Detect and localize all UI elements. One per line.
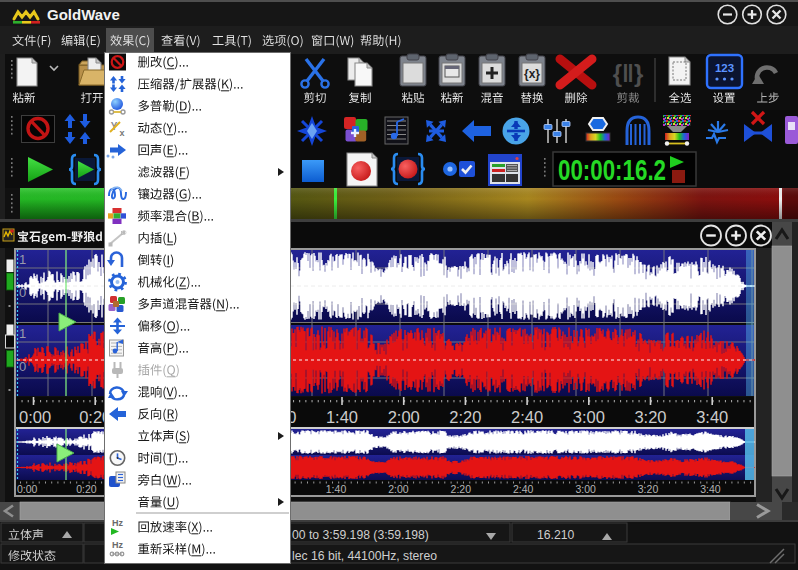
svg-text:0:00: 0:00 — [17, 483, 38, 495]
svg-text:3:20: 3:20 — [638, 483, 659, 495]
svg-text:16.210: 16.210 — [537, 528, 574, 542]
svg-text:3:40: 3:40 — [700, 483, 721, 495]
svg-text:1: 1 — [19, 252, 26, 267]
svg-text:0: 0 — [19, 285, 26, 300]
svg-text:2:00: 2:00 — [388, 483, 409, 495]
svg-text:{‖}: {‖} — [613, 60, 644, 87]
svg-text:1: 1 — [19, 326, 26, 341]
svg-text:0: 0 — [19, 359, 26, 374]
svg-text:{x}: {x} — [524, 67, 540, 81]
svg-text:x: x — [119, 128, 124, 138]
svg-text:3:00: 3:00 — [573, 408, 605, 426]
svg-text:lec 16 bit, 44100Hz, stereo: lec 16 bit, 44100Hz, stereo — [292, 549, 437, 563]
svg-text:Hz: Hz — [112, 540, 123, 550]
svg-text:1:40: 1:40 — [326, 483, 347, 495]
svg-text:GoldWave: GoldWave — [47, 6, 120, 23]
svg-text:2:20: 2:20 — [451, 483, 472, 495]
svg-text:1:40: 1:40 — [326, 408, 358, 426]
svg-text:2:40: 2:40 — [511, 408, 543, 426]
svg-text:00:00:16.2: 00:00:16.2 — [558, 153, 666, 186]
svg-text:3:40: 3:40 — [696, 408, 728, 426]
svg-text:0:00: 0:00 — [19, 408, 51, 426]
svg-text:123: 123 — [715, 62, 734, 74]
svg-text:3:00: 3:00 — [575, 483, 596, 495]
svg-text:3:20: 3:20 — [634, 408, 666, 426]
svg-text:0:20: 0:20 — [76, 483, 97, 495]
svg-text:00 to 3:59.198 (3:59.198): 00 to 3:59.198 (3:59.198) — [292, 528, 429, 542]
svg-text:2:20: 2:20 — [449, 408, 481, 426]
svg-text:Hz: Hz — [112, 518, 123, 528]
svg-text:2:00: 2:00 — [388, 408, 420, 426]
svg-text:2:40: 2:40 — [513, 483, 534, 495]
